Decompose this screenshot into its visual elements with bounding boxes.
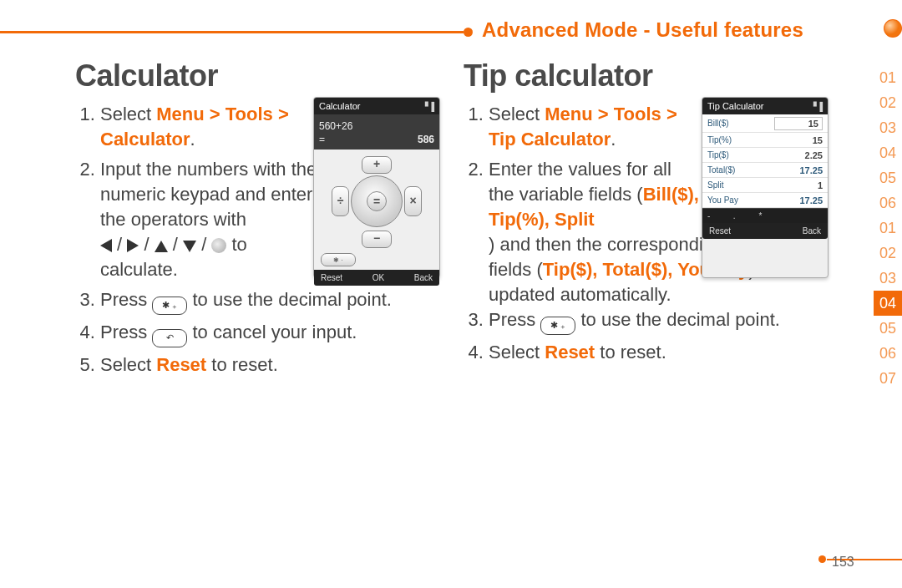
tip-row-label: Split bbox=[702, 178, 754, 193]
nav-wheel-icon: = bbox=[351, 175, 403, 227]
star-key-icon: ✱ ‌₊ bbox=[152, 297, 187, 315]
tip-step-1: Select Menu > Tools > Tip Calculator. bbox=[489, 102, 689, 152]
tip-row: You Pay17.25 bbox=[702, 193, 828, 208]
chapter-tab[interactable]: 06 bbox=[874, 190, 902, 215]
tip-row-value: 1 bbox=[754, 178, 828, 193]
calc-screen-titlebar: Calculator ▝▐ bbox=[314, 98, 439, 114]
tip-row: Split1 bbox=[702, 178, 828, 193]
tip-row: Total($)17.25 bbox=[702, 163, 828, 178]
section-title: Advanced Mode - Useful features bbox=[482, 18, 803, 42]
tip-row: Bill($)15 bbox=[702, 114, 828, 133]
chapter-tab[interactable]: 05 bbox=[874, 316, 902, 341]
calc-display: 560+26 =586 bbox=[314, 114, 439, 150]
star-capsule-icon: ✱ · bbox=[321, 253, 356, 266]
tip-soft-left: Reset bbox=[709, 226, 731, 236]
chapter-tab[interactable]: 02 bbox=[874, 90, 902, 115]
calculator-heading: Calculator bbox=[75, 58, 447, 94]
tip-step-3: Press ✱ ‌₊ to use the decimal point. bbox=[489, 307, 856, 335]
tipcalc-step-1: Select Menu > Tools > Tip Calculator. bbox=[464, 102, 689, 152]
star-key-icon: ✱ ‌₊ bbox=[540, 317, 575, 335]
calc-step-2: Input the numbers with the numeric keypa… bbox=[100, 157, 317, 282]
chapter-tab[interactable]: 04 bbox=[874, 291, 902, 316]
signal-icon: ▝▐ bbox=[810, 102, 823, 111]
calc-step-1: Select Menu > Tools > Calculator. bbox=[100, 102, 317, 152]
tip-row-value: 17.25 bbox=[754, 163, 828, 178]
chapter-tabs: 01020304050601020304050607 bbox=[874, 65, 902, 391]
calc-input: 560+26 bbox=[319, 120, 352, 132]
chapter-tab[interactable]: 03 bbox=[874, 115, 902, 140]
tip-step-4: Select Reset to reset. bbox=[489, 340, 856, 365]
plus-button-icon: + bbox=[362, 156, 392, 174]
chapter-tab[interactable]: 04 bbox=[874, 140, 902, 165]
tip-row-value: 17.25 bbox=[754, 193, 828, 208]
chapter-tab[interactable]: 01 bbox=[874, 65, 902, 90]
ok-center-icon bbox=[211, 238, 226, 253]
tip-row-label: You Pay bbox=[702, 193, 754, 208]
tip-row-label: Total($) bbox=[702, 163, 754, 178]
tip-row-label: Bill($) bbox=[702, 114, 754, 133]
tip-row-value: 15 bbox=[754, 114, 828, 133]
calculator-screenshot: Calculator ▝▐ 560+26 =586 + ÷ = × − ✱ · … bbox=[313, 97, 440, 278]
tip-step-2-start: Enter the values for all the variable fi… bbox=[489, 157, 702, 232]
page-number: 153 bbox=[832, 555, 854, 570]
calculator-step-3-5: Press ✱ ‌₊ to use the decimal point. Pre… bbox=[75, 287, 459, 378]
calc-soft-mid: OK bbox=[372, 273, 384, 282]
tip-row-label: Tip($) bbox=[702, 148, 754, 163]
tip-row: Tip(%)15 bbox=[702, 133, 828, 148]
divide-button-icon: ÷ bbox=[332, 186, 349, 216]
calc-softkeys: Reset OK Back bbox=[314, 270, 439, 286]
calc-step-5: Select Reset to reset. bbox=[100, 352, 459, 378]
back-key-icon: ↶ bbox=[152, 329, 187, 347]
tipcalc-heading: Tip calculator bbox=[464, 58, 856, 94]
tip-row: Tip($)2.25 bbox=[702, 148, 828, 163]
multiply-button-icon: × bbox=[404, 186, 422, 216]
header-rule bbox=[0, 31, 464, 33]
tip-row-value: 15 bbox=[754, 133, 828, 148]
chapter-tab[interactable]: 05 bbox=[874, 165, 902, 190]
calc-step-3: Press ✱ ‌₊ to use the decimal point. bbox=[100, 287, 459, 315]
header-dot bbox=[464, 28, 473, 37]
chapter-tab[interactable]: 02 bbox=[874, 241, 902, 266]
tipcalc-step-2a: Enter the values for all the variable fi… bbox=[464, 157, 702, 232]
equals-button-icon: = bbox=[367, 191, 387, 211]
chapter-tab[interactable]: 01 bbox=[874, 215, 902, 241]
tip-soft-right: Back bbox=[803, 226, 821, 236]
tip-row-label: Tip(%) bbox=[702, 133, 754, 148]
calc-result: 586 bbox=[418, 134, 434, 145]
signal-icon: ▝▐ bbox=[422, 102, 434, 111]
left-arrow-icon bbox=[100, 239, 112, 252]
tip-calculator-screenshot: Tip Calculator ▝▐ Bill($)15Tip(%)15Tip($… bbox=[702, 97, 829, 278]
minus-button-icon: − bbox=[362, 231, 392, 248]
tip-row-value: 2.25 bbox=[754, 148, 828, 163]
footer-dot bbox=[818, 555, 826, 563]
calc-step-4: Press ↶ to cancel your input. bbox=[100, 320, 459, 347]
tipcalc-step-3-4: Press ✱ ‌₊ to use the decimal point. Sel… bbox=[464, 307, 856, 365]
tip-symbol-row: - . * bbox=[702, 208, 828, 223]
chapter-tab[interactable]: 06 bbox=[874, 341, 902, 366]
chapter-tab[interactable]: 07 bbox=[874, 366, 902, 391]
right-arrow-icon bbox=[127, 239, 139, 252]
calc-keypad: + ÷ = × − ✱ · bbox=[314, 150, 439, 270]
header-end-blob-highlight bbox=[884, 20, 901, 37]
tip-screen-title: Tip Calculator bbox=[707, 101, 763, 111]
up-arrow-icon bbox=[155, 241, 168, 252]
tip-softkeys: Reset Back bbox=[702, 223, 828, 239]
calc-soft-left: Reset bbox=[321, 273, 342, 282]
down-arrow-icon bbox=[183, 241, 196, 252]
tip-table: Bill($)15Tip(%)15Tip($)2.25Total($)17.25… bbox=[702, 114, 828, 208]
calc-soft-right: Back bbox=[414, 273, 433, 282]
calculator-step-1-2: Select Menu > Tools > Calculator. Input … bbox=[75, 102, 317, 282]
calc-screen-title: Calculator bbox=[319, 101, 361, 111]
chapter-tab[interactable]: 03 bbox=[874, 266, 902, 291]
tip-screen-titlebar: Tip Calculator ▝▐ bbox=[702, 98, 828, 114]
